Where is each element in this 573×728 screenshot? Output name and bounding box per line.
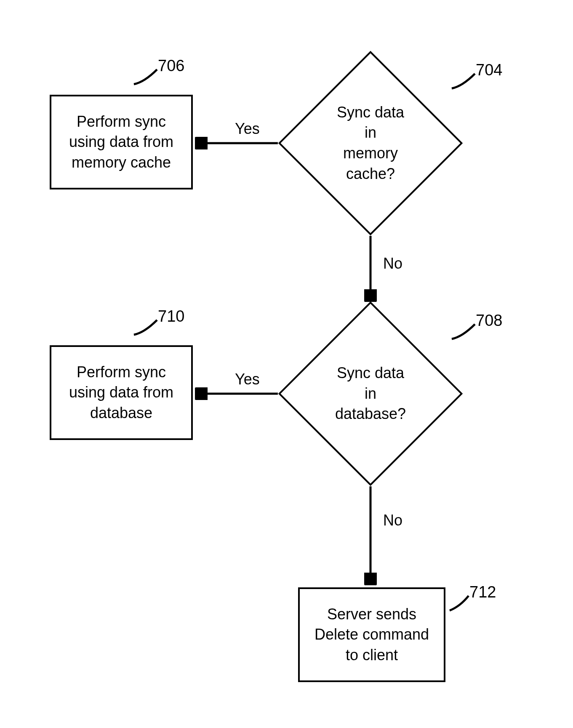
refnum-706: 706: [158, 57, 184, 75]
process-706-text: Perform syncusing data frommemory cache: [69, 112, 173, 173]
process-710-text: Perform syncusing data fromdatabase: [69, 362, 173, 424]
refnum-704: 704: [476, 61, 502, 79]
edge-label-yes-1: Yes: [235, 120, 260, 138]
process-712-text: Server sendsDelete commandto client: [314, 604, 429, 666]
flowchart-canvas: Sync data inmemory cache? 704 Perform sy…: [0, 0, 573, 728]
process-server-sends-delete: Server sendsDelete commandto client: [298, 587, 445, 682]
decision-sync-memory-cache: Sync data inmemory cache?: [305, 78, 436, 208]
decision-708-text: Sync data indatabase?: [305, 328, 436, 459]
decision-704-text: Sync data inmemory cache?: [305, 78, 436, 208]
refnum-712: 712: [469, 583, 496, 601]
process-sync-from-memory-cache: Perform syncusing data frommemory cache: [50, 95, 193, 189]
refnum-710: 710: [158, 307, 184, 325]
refnum-708: 708: [476, 312, 502, 330]
decision-sync-database: Sync data indatabase?: [305, 328, 436, 459]
edge-label-no-2: No: [383, 512, 402, 529]
process-sync-from-database: Perform syncusing data fromdatabase: [50, 345, 193, 440]
edge-label-no-1: No: [383, 255, 402, 272]
edge-label-yes-2: Yes: [235, 371, 260, 388]
